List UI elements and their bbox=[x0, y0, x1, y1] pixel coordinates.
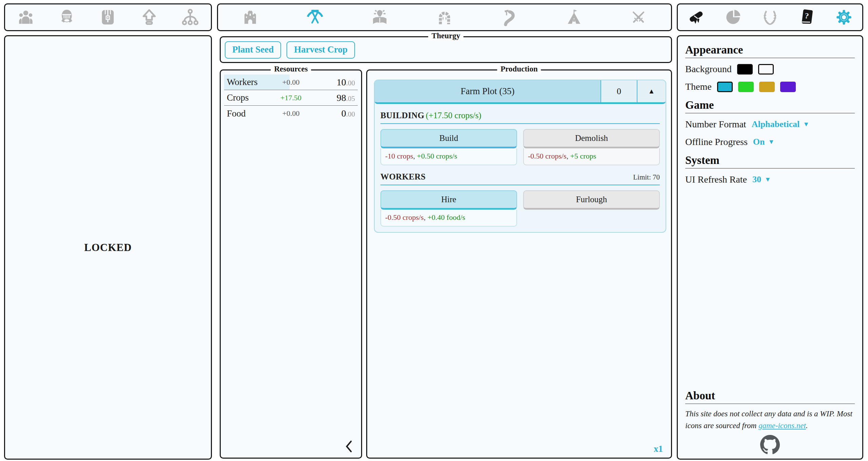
farm-plot-collapse-button[interactable]: ▲ bbox=[637, 80, 666, 102]
tab-camp[interactable] bbox=[562, 5, 586, 29]
workers-limit: Limit: 70 bbox=[633, 173, 660, 182]
number-format-row: Number Format Alphabetical ▼ bbox=[685, 119, 855, 130]
theme-setting-row: Theme bbox=[685, 81, 855, 92]
tab-enlightenment[interactable] bbox=[368, 5, 392, 29]
tab-statistics[interactable] bbox=[721, 5, 745, 29]
refresh-rate-dropdown[interactable]: 30 ▼ bbox=[752, 174, 771, 185]
locked-label: LOCKED bbox=[84, 242, 132, 254]
farm-plot-queued-count: 0 bbox=[600, 80, 637, 102]
tab-arch[interactable] bbox=[432, 5, 457, 29]
harvest-crop-button[interactable]: Harvest Crop bbox=[287, 41, 355, 59]
theme-swatch-purple[interactable] bbox=[780, 82, 796, 92]
arch-gate-icon bbox=[435, 7, 454, 27]
background-setting-row: Background bbox=[685, 64, 855, 75]
workers-section-header: WORKERS Limit: 70 bbox=[380, 172, 660, 185]
farm-plot-card: Farm Plot (35) 0 ▲ BUILDING (+17.50 crop… bbox=[374, 80, 666, 233]
resources-legend: Resources bbox=[271, 65, 311, 74]
buy-multiplier-toggle[interactable]: x1 bbox=[654, 444, 663, 454]
help-book-icon: ? bbox=[797, 7, 817, 27]
background-label: Background bbox=[685, 64, 732, 75]
settings-panel: Appearance Background Theme Game Number … bbox=[677, 35, 863, 460]
farm-plot-title[interactable]: Farm Plot (35) bbox=[375, 80, 600, 102]
offline-progress-dropdown[interactable]: On ▼ bbox=[753, 137, 775, 147]
knapsack-icon bbox=[98, 7, 118, 27]
theme-swatch-gold[interactable] bbox=[759, 82, 775, 92]
resource-name: Crops bbox=[227, 92, 269, 103]
number-format-dropdown[interactable]: Alphabetical ▼ bbox=[752, 119, 809, 129]
tab-help[interactable]: ? bbox=[795, 5, 819, 29]
caret-down-icon: ▼ bbox=[765, 176, 771, 183]
building-section-header: BUILDING (+17.50 crops/s) bbox=[380, 111, 660, 124]
tab-village[interactable] bbox=[238, 5, 262, 29]
offline-progress-label: Offline Progress bbox=[685, 137, 748, 147]
tab-army[interactable] bbox=[55, 5, 79, 29]
demolish-button[interactable]: Demolish bbox=[523, 129, 660, 148]
winding-road-icon bbox=[499, 7, 519, 27]
tab-population[interactable] bbox=[14, 5, 38, 29]
resource-value: 0.00 bbox=[313, 108, 355, 119]
hire-column: Hire -0.50 crops/s, +0.40 food/s bbox=[380, 190, 517, 227]
build-button[interactable]: Build bbox=[380, 129, 517, 148]
locked-panel: LOCKED bbox=[4, 35, 212, 460]
tab-inventory[interactable] bbox=[96, 5, 120, 29]
toolbar-middle bbox=[217, 3, 672, 31]
gear-icon bbox=[834, 7, 854, 27]
divider bbox=[685, 168, 855, 169]
camp-tent-icon bbox=[564, 7, 584, 27]
demolish-cost: -0.50 crops/s, +5 crops bbox=[523, 148, 660, 165]
resource-name: Workers bbox=[227, 77, 269, 87]
building-section-title: BUILDING bbox=[380, 111, 425, 120]
theurgy-actions: Plant Seed Harvest Crop bbox=[225, 41, 355, 59]
theme-swatch-cyan[interactable] bbox=[717, 82, 733, 92]
plant-seed-button[interactable]: Plant Seed bbox=[225, 41, 281, 59]
divider bbox=[685, 113, 855, 113]
furlough-column: Furlough bbox=[523, 190, 660, 210]
caret-down-icon: ▼ bbox=[803, 121, 809, 128]
appearance-title: Appearance bbox=[685, 44, 855, 56]
tab-expansion[interactable] bbox=[497, 5, 521, 29]
tab-production[interactable] bbox=[303, 5, 327, 29]
building-section-rate: (+17.50 crops/s) bbox=[426, 111, 481, 120]
build-cost: -10 crops, +0.50 crops/s bbox=[380, 148, 517, 165]
about-section: About This site does not collect any dat… bbox=[685, 385, 855, 456]
resource-rate: +17.50 bbox=[269, 93, 313, 102]
theurgy-legend: Theurgy bbox=[428, 32, 463, 40]
background-swatch-black[interactable] bbox=[737, 64, 753, 75]
tab-achievements[interactable] bbox=[758, 5, 782, 29]
resource-rate: +0.00 bbox=[269, 109, 313, 118]
pie-chart-icon bbox=[723, 7, 743, 27]
background-swatch-light[interactable] bbox=[758, 64, 774, 75]
number-format-label: Number Format bbox=[685, 119, 746, 130]
github-link[interactable] bbox=[685, 435, 855, 456]
tab-research-tree[interactable] bbox=[178, 5, 202, 29]
farm-plot-header[interactable]: Farm Plot (35) 0 ▲ bbox=[375, 80, 666, 104]
resources-collapse-button[interactable] bbox=[343, 440, 355, 454]
about-title: About bbox=[685, 390, 855, 402]
production-panel: Production Farm Plot (35) 0 ▲ BUILDING (… bbox=[366, 69, 672, 459]
tab-upgrades[interactable] bbox=[137, 5, 161, 29]
resource-name: Food bbox=[227, 108, 269, 119]
skill-tree-icon bbox=[180, 7, 200, 27]
refresh-rate-label: UI Refresh Rate bbox=[685, 174, 747, 185]
game-title: Game bbox=[685, 99, 855, 111]
population-icon bbox=[16, 7, 36, 27]
divider bbox=[685, 403, 855, 404]
tab-military[interactable] bbox=[626, 5, 651, 29]
theme-swatch-green[interactable] bbox=[738, 82, 754, 92]
crossed-swords-icon bbox=[629, 7, 648, 27]
tab-settings[interactable] bbox=[832, 5, 856, 29]
demolish-column: Demolish -0.50 crops/s, +5 crops bbox=[523, 129, 660, 165]
resource-value: 98.05 bbox=[313, 92, 355, 103]
resource-value: 10.00 bbox=[313, 77, 355, 88]
resource-row-food: Food +0.00 0.00 bbox=[224, 106, 358, 121]
caret-down-icon: ▼ bbox=[768, 138, 774, 146]
refresh-rate-row: UI Refresh Rate 30 ▼ bbox=[685, 174, 855, 185]
tab-prestige[interactable] bbox=[684, 5, 708, 29]
building-buttons-row: Build -10 crops, +0.50 crops/s Demolish … bbox=[380, 129, 660, 165]
toolbar-right: ? bbox=[677, 3, 863, 31]
game-icons-link[interactable]: game-icons.net bbox=[758, 421, 806, 430]
furlough-button[interactable]: Furlough bbox=[523, 190, 660, 210]
workers-buttons-row: Hire -0.50 crops/s, +0.40 food/s Furloug… bbox=[380, 190, 660, 227]
hire-button[interactable]: Hire bbox=[380, 190, 517, 210]
hire-cost: -0.50 crops/s, +0.40 food/s bbox=[380, 210, 517, 227]
